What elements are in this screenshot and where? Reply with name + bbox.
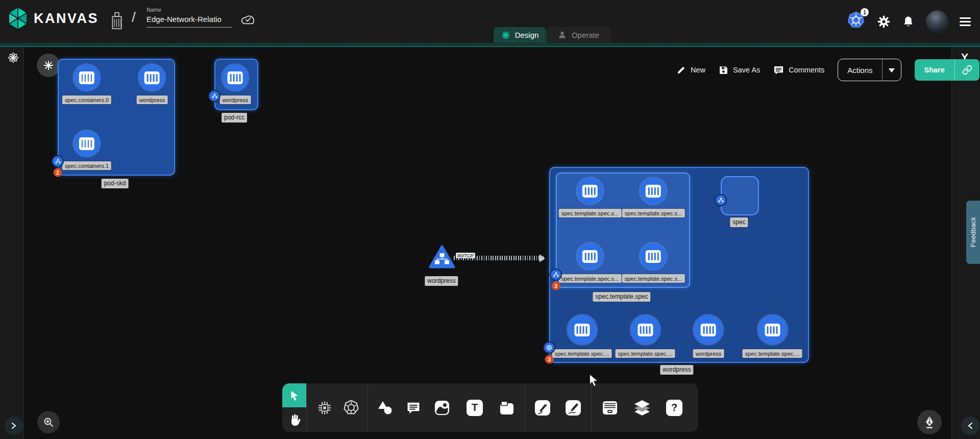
container-icon[interactable]	[757, 315, 787, 345]
node-template-container-3[interactable]: spec.template.spec.s...	[622, 243, 685, 283]
relationship-badge[interactable]	[544, 343, 554, 353]
node-spec-containers-0[interactable]: spec.containers.0	[62, 64, 111, 104]
shapes-icon	[377, 400, 393, 416]
error-count: 2	[56, 170, 59, 176]
kanvas-logo[interactable]: KANVAS	[7, 7, 99, 30]
tab-operate[interactable]: Operate	[546, 27, 610, 43]
node-label: spec.containers.0	[62, 95, 111, 104]
tool-media[interactable]	[431, 383, 453, 432]
error-count: 3	[554, 283, 557, 289]
node-label: spec.template.spec.s...	[559, 274, 622, 283]
tool-comment[interactable]	[402, 383, 425, 432]
design-name-input[interactable]: Edge-Network-Relatio	[146, 13, 232, 28]
hierarchy-icon	[55, 159, 61, 164]
pencil-scribble-icon	[565, 400, 581, 416]
tool-pan[interactable]	[282, 407, 306, 432]
hamburger-menu-icon[interactable]	[960, 15, 971, 28]
node-wordpress-container[interactable]: wordpress	[220, 64, 251, 104]
zoom-search-button[interactable]	[37, 411, 60, 433]
hand-icon	[288, 413, 301, 426]
container-icon[interactable]	[222, 64, 249, 91]
design-name-field[interactable]: Name Edge-Network-Relatio	[146, 7, 232, 28]
cloud-saved-icon	[240, 13, 256, 26]
tool-components[interactable]	[313, 383, 336, 432]
tool-kubernetes[interactable]	[340, 383, 362, 432]
container-icon[interactable]	[694, 315, 723, 345]
tool-text[interactable]: T	[463, 383, 486, 432]
tool-help[interactable]: ?	[663, 383, 685, 432]
tab-strip	[0, 43, 980, 47]
notifications-bell-icon[interactable]	[902, 15, 915, 29]
container-icon[interactable]	[640, 243, 667, 270]
chevron-left-icon	[967, 422, 973, 430]
relationship-badge[interactable]	[53, 156, 63, 166]
collapse-right-panel-button[interactable]	[961, 417, 979, 435]
tab-design[interactable]: Design	[494, 27, 546, 43]
node-label: wordpress	[693, 349, 724, 358]
group-label: wordpress	[660, 365, 693, 375]
copy-link-button[interactable]	[954, 59, 979, 81]
node-template-container-0[interactable]: spec.template.spec.s...	[559, 178, 622, 217]
node-bottom-container-2[interactable]: wordpress	[693, 315, 724, 358]
node-label: spec.template.spec....	[743, 349, 802, 358]
tool-pen[interactable]	[531, 383, 554, 432]
group-label: pod-skd	[102, 179, 129, 188]
organization-icon[interactable]	[110, 11, 124, 30]
annotate-button[interactable]	[917, 410, 942, 434]
context-count-badge: 1	[861, 8, 869, 16]
error-count-badge[interactable]: 2	[54, 168, 62, 177]
relationship-badge[interactable]	[209, 91, 219, 101]
relationship-badge[interactable]	[551, 270, 561, 280]
mouse-cursor	[588, 374, 599, 387]
link-icon	[962, 65, 972, 75]
container-icon[interactable]	[139, 64, 165, 91]
tool-layers[interactable]	[631, 383, 653, 432]
feedback-tab[interactable]: Feedback	[966, 201, 980, 264]
kubernetes-context-switcher[interactable]: 1	[846, 11, 866, 32]
tool-sketch[interactable]	[562, 383, 584, 432]
container-icon[interactable]	[630, 315, 660, 345]
node-label: wordpress	[137, 95, 168, 104]
help-icon: ?	[666, 400, 682, 416]
node-wordpress-container[interactable]: wordpress	[137, 64, 168, 104]
operate-person-icon	[557, 30, 567, 40]
chevron-right-icon	[11, 422, 17, 430]
container-icon[interactable]	[74, 130, 100, 157]
container-icon[interactable]	[577, 243, 603, 270]
design-spiral-icon	[501, 31, 510, 40]
node-bottom-container-1[interactable]: spec.template.spec....	[616, 315, 675, 358]
container-icon[interactable]	[567, 315, 597, 345]
settings-gear-icon[interactable]	[877, 15, 891, 29]
node-label: wordpress	[425, 276, 458, 286]
toolbar-divider	[368, 383, 368, 432]
text-glyph: T	[472, 402, 478, 413]
error-count-badge[interactable]: 3	[545, 355, 554, 364]
user-avatar[interactable]	[926, 10, 948, 33]
tool-select[interactable]	[282, 383, 306, 407]
tool-shapes[interactable]	[374, 383, 396, 432]
breadcrumb-separator: /	[132, 9, 136, 26]
expand-left-panel-button[interactable]	[5, 417, 23, 435]
node-label: spec.template.spec....	[552, 349, 612, 358]
node-template-container-2[interactable]: spec.template.spec.s...	[559, 243, 622, 283]
layers-icon	[633, 400, 651, 416]
node-label: spec.template.spec.s...	[622, 209, 685, 217]
group-kind-badge[interactable]	[37, 54, 60, 77]
container-icon[interactable]	[74, 64, 100, 91]
container-icon[interactable]	[640, 178, 667, 204]
meshery-spiral-icon[interactable]	[7, 52, 19, 64]
node-service-wordpress[interactable]	[429, 244, 455, 273]
node-bottom-container-0[interactable]: spec.template.spec....	[552, 315, 612, 358]
tool-archive[interactable]	[599, 383, 621, 432]
error-count-badge[interactable]: 3	[552, 282, 560, 290]
relationship-badge[interactable]	[716, 195, 726, 205]
toolbar-divider	[591, 383, 592, 432]
tool-note[interactable]	[496, 383, 518, 432]
node-label: spec.template.spec.s...	[559, 209, 622, 217]
container-icon[interactable]	[577, 178, 603, 204]
node-template-container-1[interactable]: spec.template.spec.s...	[622, 178, 685, 217]
node-spec-containers-1[interactable]: spec.containers.1	[62, 130, 111, 170]
image-icon	[434, 400, 450, 416]
node-spec-empty[interactable]	[721, 176, 759, 215]
node-bottom-container-3[interactable]: spec.template.spec....	[743, 315, 802, 358]
